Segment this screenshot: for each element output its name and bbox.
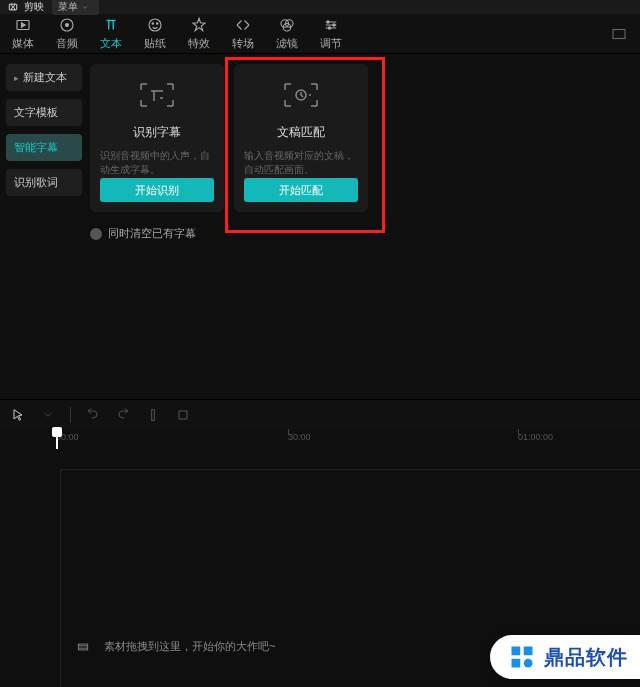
svg-point-11 [333,24,335,26]
tab-transition[interactable]: 转场 [232,16,254,51]
card-title: 文稿匹配 [277,124,325,141]
tab-text[interactable]: 文本 [100,16,122,51]
svg-rect-16 [179,411,187,419]
tab-label: 调节 [320,36,342,51]
split-icon[interactable] [145,407,161,423]
tab-audio[interactable]: 音频 [56,16,78,51]
tab-label: 转场 [232,36,254,51]
chevron-down-icon[interactable] [40,407,56,423]
menu-button[interactable]: 菜单 [52,0,99,15]
card-row: 识别字幕 识别音视频中的人声，自动生成字幕。 开始识别 文稿匹配 输入音视频对应… [90,64,632,212]
checkbox-label: 同时清空已有字幕 [108,226,196,241]
tab-sticker[interactable]: 贴纸 [144,16,166,51]
start-recognize-button[interactable]: 开始识别 [100,178,214,202]
sidebar-item-label: 识别歌词 [14,175,58,190]
sticker-icon [146,16,164,34]
svg-point-6 [157,23,159,25]
app-name: 剪映 [24,0,44,14]
card-recognize: 识别字幕 识别音视频中的人声，自动生成字幕。 开始识别 [90,64,224,212]
script-match-icon [281,80,321,110]
sidebar: 新建文本 文字模板 智能字幕 识别歌词 [0,54,88,399]
start-match-button[interactable]: 开始匹配 [244,178,358,202]
watermark-text: 鼎品软件 [544,644,628,671]
sidebar-item-label: 文字模板 [14,105,58,120]
watermark-logo-icon [508,643,536,671]
sidebar-item-smart-sub[interactable]: 智能字幕 [6,134,82,161]
svg-rect-19 [524,647,533,656]
svg-rect-13 [613,29,625,38]
checkbox-icon [90,228,102,240]
redo-icon[interactable] [115,407,131,423]
card-match: 文稿匹配 输入音视频对应的文稿，自动匹配画面。 开始匹配 [234,64,368,212]
tab-label: 滤镜 [276,36,298,51]
svg-rect-18 [512,647,521,656]
filter-icon [278,16,296,34]
timeline-toolbar [0,399,640,429]
audio-icon [58,16,76,34]
effects-icon [190,16,208,34]
content-area: 识别字幕 识别音视频中的人声，自动生成字幕。 开始识别 文稿匹配 输入音视频对应… [88,54,640,399]
card-desc: 输入音视频对应的文稿，自动匹配画面。 [244,149,358,177]
app-logo-icon [6,2,20,12]
svg-rect-20 [512,659,521,668]
tab-label: 媒体 [12,36,34,51]
clip-icon [76,640,90,654]
pointer-tool-icon[interactable] [10,407,26,423]
watermark: 鼎品软件 [490,635,640,679]
media-icon [14,16,32,34]
subtitle-recognize-icon [137,80,177,110]
tab-label: 文本 [100,36,122,51]
transition-icon [234,16,252,34]
tick-label: 01:00:00 [518,432,553,442]
titlebar: 剪映 菜单 [0,0,640,14]
timeline-ruler[interactable]: 00:00 30:00 01:00:00 [0,429,640,449]
sidebar-item-label: 新建文本 [23,70,67,85]
card-desc: 识别音视频中的人声，自动生成字幕。 [100,149,214,177]
svg-point-12 [328,27,330,29]
sidebar-item-template[interactable]: 文字模板 [6,99,82,126]
sidebar-item-lyrics[interactable]: 识别歌词 [6,169,82,196]
tab-effects[interactable]: 特效 [188,16,210,51]
tabbar: 媒体 音频 文本 贴纸 特效 转场 滤镜 调节 [0,14,640,54]
svg-rect-17 [78,644,87,650]
text-icon [102,16,120,34]
svg-point-5 [152,23,154,25]
tab-label: 贴纸 [144,36,166,51]
main-panel: 新建文本 文字模板 智能字幕 识别歌词 识别字幕 识别音视频中的人声，自动生成字… [0,54,640,399]
adjust-icon [322,16,340,34]
drop-hint: 素材拖拽到这里，开始你的大作吧~ [76,639,275,654]
svg-point-3 [66,24,69,27]
svg-rect-15 [152,409,155,420]
overflow-icon[interactable] [610,25,628,43]
clear-subs-checkbox[interactable]: 同时清空已有字幕 [90,226,632,241]
svg-point-4 [149,19,161,31]
tab-label: 特效 [188,36,210,51]
svg-point-21 [524,659,533,668]
tab-media[interactable]: 媒体 [12,16,34,51]
tab-adjust[interactable]: 调节 [320,16,342,51]
drop-hint-text: 素材拖拽到这里，开始你的大作吧~ [104,639,275,654]
sidebar-item-label: 智能字幕 [14,140,58,155]
undo-icon[interactable] [85,407,101,423]
sidebar-item-new-text[interactable]: 新建文本 [6,64,82,91]
delete-icon[interactable] [175,407,191,423]
svg-point-10 [327,21,329,23]
tab-label: 音频 [56,36,78,51]
menu-label: 菜单 [58,0,78,14]
card-title: 识别字幕 [133,124,181,141]
separator [70,407,71,423]
tick-label: 30:00 [288,432,311,442]
tab-filter[interactable]: 滤镜 [276,16,298,51]
chevron-down-icon [81,3,89,11]
